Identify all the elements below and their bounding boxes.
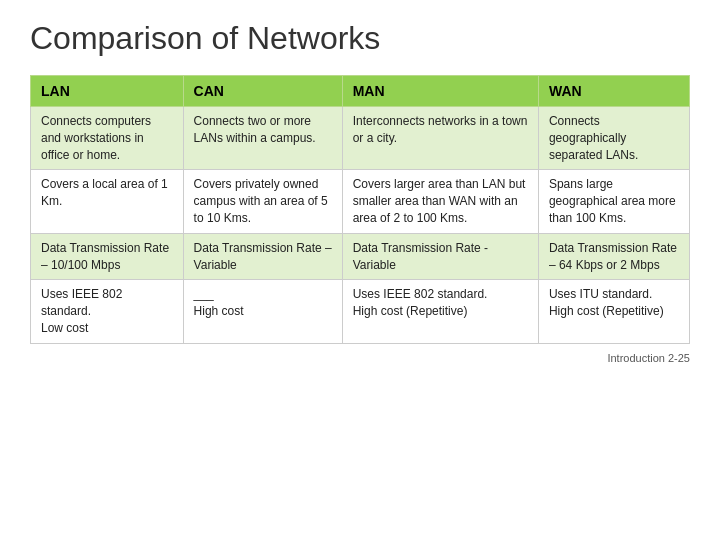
- table-cell: Data Transmission Rate – 64 Kbps or 2 Mb…: [538, 233, 689, 280]
- table-cell: Covers privately owned campus with an ar…: [183, 170, 342, 233]
- table-cell: Data Transmission Rate – 10/100 Mbps: [31, 233, 184, 280]
- table-cell: ___High cost: [183, 280, 342, 343]
- column-header: LAN: [31, 76, 184, 107]
- table-cell: Covers larger area than LAN but smaller …: [342, 170, 538, 233]
- table-cell: Connects geographically separated LANs.: [538, 107, 689, 170]
- table-cell: Uses IEEE 802 standard.High cost (Repeti…: [342, 280, 538, 343]
- table-row: Uses IEEE 802 standard.Low cost___High c…: [31, 280, 690, 343]
- page-title: Comparison of Networks: [30, 20, 690, 57]
- table-cell: Uses IEEE 802 standard.Low cost: [31, 280, 184, 343]
- column-header: MAN: [342, 76, 538, 107]
- column-header: WAN: [538, 76, 689, 107]
- table-row: Connects computers and workstations in o…: [31, 107, 690, 170]
- table-row: Covers a local area of 1 Km.Covers priva…: [31, 170, 690, 233]
- table-cell: Interconnects networks in a town or a ci…: [342, 107, 538, 170]
- table-cell: Connects computers and workstations in o…: [31, 107, 184, 170]
- table-cell: Spans large geographical area more than …: [538, 170, 689, 233]
- column-header: CAN: [183, 76, 342, 107]
- footer-label: Introduction 2-25: [30, 352, 690, 364]
- table-cell: Data Transmission Rate - Variable: [342, 233, 538, 280]
- table-cell: Data Transmission Rate – Variable: [183, 233, 342, 280]
- table-cell: Uses ITU standard.High cost (Repetitive): [538, 280, 689, 343]
- table-row: Data Transmission Rate – 10/100 MbpsData…: [31, 233, 690, 280]
- table-cell: Connects two or more LANs within a campu…: [183, 107, 342, 170]
- comparison-table: LANCANMANWAN Connects computers and work…: [30, 75, 690, 344]
- table-cell: Covers a local area of 1 Km.: [31, 170, 184, 233]
